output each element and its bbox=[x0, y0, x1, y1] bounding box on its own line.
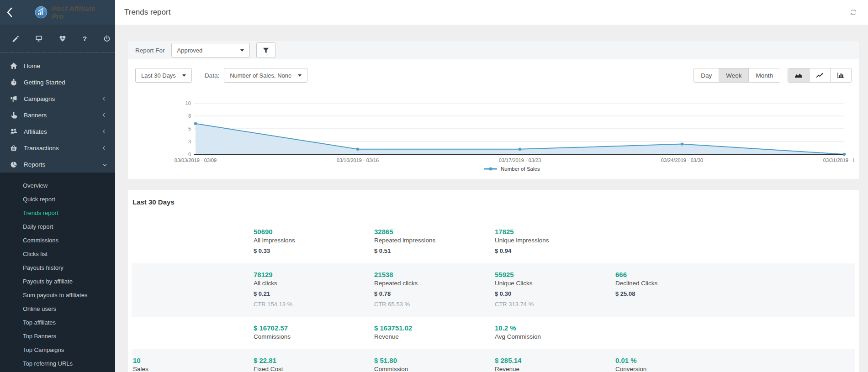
edit-button[interactable] bbox=[12, 35, 19, 43]
sidebar-item-home[interactable]: Home bbox=[0, 58, 115, 74]
stat-label: Unique Clicks bbox=[495, 280, 614, 287]
svg-text:03/31/2019 - 04/06: 03/31/2019 - 04/06 bbox=[823, 157, 854, 163]
stat-commissions: $ 16702.57 Commissions bbox=[252, 324, 373, 340]
refresh-button[interactable] bbox=[850, 9, 857, 16]
submenu-item-sum-payouts[interactable]: Sum payouts to affiliates bbox=[0, 288, 115, 302]
stats-panel: Last 30 Days 50690 All impressions $ 0.3… bbox=[128, 190, 859, 372]
stat-value: 32865 bbox=[374, 228, 493, 236]
stat-repeated-clicks: 21538 Repeated clicks $ 0.78 CTR 65.53 % bbox=[373, 271, 493, 308]
trends-panel: Report For Approved Last 30 Days bbox=[128, 41, 859, 179]
caret-down-icon bbox=[240, 49, 244, 52]
collapse-sidebar-button[interactable] bbox=[6, 7, 22, 17]
submenu-item-commissions[interactable]: Commissions bbox=[0, 234, 115, 247]
svg-text:3: 3 bbox=[188, 139, 191, 144]
area-chart-icon bbox=[794, 72, 803, 79]
sidebar-item-getting-started[interactable]: Getting Started bbox=[0, 74, 115, 90]
sidebar-item-reports[interactable]: Reports bbox=[0, 156, 115, 173]
submenu-item-overview[interactable]: Overview bbox=[0, 179, 115, 193]
trend-chart[interactable]: 03581003/03/2019 - 03/0903/10/2019 - 03/… bbox=[132, 96, 854, 176]
filter-button[interactable] bbox=[256, 42, 275, 58]
data-series-select[interactable]: Number of Sales, None bbox=[224, 68, 307, 83]
chart-controls: Last 30 Days Data: Number of Sales, None… bbox=[128, 62, 859, 89]
submenu-item-clicks-list[interactable]: Clicks list bbox=[0, 247, 115, 261]
report-for-select[interactable]: Approved bbox=[171, 43, 250, 58]
stat-conversion: 0.01 % Conversion bbox=[614, 356, 735, 372]
sidebar-item-campaigns[interactable]: Campaigns bbox=[0, 90, 115, 107]
stat-all-clicks: 78129 All clicks $ 0.21 CTR 154.13 % bbox=[252, 271, 373, 308]
logo-text: Post Affiliate Pro bbox=[52, 5, 109, 20]
date-range-select[interactable]: Last 30 Days bbox=[135, 68, 192, 83]
stat-label: Fixed Cost bbox=[254, 366, 373, 372]
app-logo-icon bbox=[35, 6, 48, 19]
trend-chart-container: 03581003/03/2019 - 03/0903/10/2019 - 03/… bbox=[128, 89, 859, 179]
stat-value: 17825 bbox=[495, 228, 614, 236]
stats-title: Last 30 Days bbox=[132, 198, 855, 206]
sidebar-item-label: Campaigns bbox=[24, 95, 55, 102]
stat-value: $ 163751.02 bbox=[374, 324, 493, 332]
area-chart-button[interactable] bbox=[788, 68, 809, 82]
submenu-item-top-affiliates[interactable]: Top affiliates bbox=[0, 316, 115, 330]
stat-label: Sales bbox=[133, 366, 252, 372]
submenu-item-payouts-by-affiliate[interactable]: Payouts by affiliate bbox=[0, 275, 115, 288]
stat-label: Conversion bbox=[615, 366, 735, 372]
stat-value: 50690 bbox=[254, 228, 373, 236]
submenu-item-daily-report[interactable]: Daily report bbox=[0, 220, 115, 234]
health-button[interactable] bbox=[59, 35, 66, 43]
users-icon bbox=[10, 128, 17, 135]
submenu-item-top-campaigns[interactable]: Top Campaigns bbox=[0, 343, 115, 357]
submenu-item-top-banners[interactable]: Top Banners bbox=[0, 330, 115, 343]
help-button[interactable]: ? bbox=[83, 35, 87, 43]
bar-chart-button[interactable] bbox=[830, 68, 851, 82]
svg-text:Number of Sales: Number of Sales bbox=[501, 166, 540, 172]
caret-down-icon bbox=[298, 74, 302, 77]
period-month-button[interactable]: Month bbox=[748, 68, 780, 82]
svg-text:03/03/2019 - 03/09: 03/03/2019 - 03/09 bbox=[175, 157, 217, 163]
sidebar-item-banners[interactable]: Banners bbox=[0, 107, 115, 123]
stopwatch-icon bbox=[10, 79, 17, 86]
sidebar-item-transactions[interactable]: Transactions bbox=[0, 140, 115, 156]
data-label: Data: bbox=[205, 72, 219, 79]
stat-avg-commission: 10.2 % Avg Commission bbox=[493, 324, 614, 340]
svg-text:5: 5 bbox=[188, 126, 191, 131]
period-week-button[interactable]: Week bbox=[719, 68, 748, 82]
report-for-value: Approved bbox=[177, 47, 203, 54]
reports-submenu: Overview Quick report Trends report Dail… bbox=[0, 173, 115, 372]
stat-money: $ 0.21 bbox=[254, 290, 373, 297]
megaphone-icon bbox=[10, 95, 17, 102]
period-button-group: Day Week Month bbox=[693, 68, 780, 83]
basket-icon bbox=[10, 144, 17, 152]
line-chart-icon bbox=[815, 72, 824, 79]
date-range-value: Last 30 Days bbox=[141, 72, 176, 79]
stats-row-impressions: 50690 All impressions $ 0.33 32865 Repea… bbox=[132, 220, 855, 263]
stat-label: All clicks bbox=[254, 280, 373, 287]
logout-button[interactable] bbox=[103, 35, 111, 43]
sidebar-item-affiliates[interactable]: Affiliates bbox=[0, 123, 115, 140]
sidebar-toolbar: ? bbox=[0, 25, 115, 53]
stat-label: Revenue bbox=[374, 333, 493, 340]
stat-commission: $ 51.80 Commission avg$ 5.18 bbox=[373, 356, 493, 372]
submenu-item-trends-report[interactable]: Trends report bbox=[0, 206, 115, 220]
chevron-left-icon bbox=[103, 97, 106, 100]
stat-label: Repeated clicks bbox=[374, 280, 493, 287]
submenu-item-online-users[interactable]: Online users bbox=[0, 302, 115, 316]
stat-sales: 10 Sales bbox=[132, 356, 252, 372]
stat-label: Repeated impressions bbox=[374, 237, 493, 244]
sidebar-item-label: Home bbox=[24, 63, 40, 69]
chevron-left-icon bbox=[103, 113, 106, 117]
display-button[interactable] bbox=[35, 35, 42, 43]
submenu-item-payouts-history[interactable]: Payouts history bbox=[0, 261, 115, 275]
page-title: Trends report bbox=[124, 8, 170, 17]
period-day-button[interactable]: Day bbox=[694, 68, 719, 82]
app-root: Post Affiliate Pro bbox=[0, 0, 868, 372]
submenu-item-top-referring-urls[interactable]: Top referring URLs bbox=[0, 357, 115, 371]
svg-text:03/17/2019 - 03/23: 03/17/2019 - 03/23 bbox=[499, 157, 541, 163]
submenu-item-quick-report[interactable]: Quick report bbox=[0, 193, 115, 206]
stat-value: $ 285.14 bbox=[495, 356, 614, 364]
stat-label: Commissions bbox=[254, 333, 373, 340]
stat-value: $ 22.81 bbox=[254, 356, 373, 364]
chevron-down-icon bbox=[103, 162, 106, 166]
monitor-icon bbox=[35, 35, 42, 42]
pie-chart-icon bbox=[10, 161, 17, 168]
line-chart-button[interactable] bbox=[809, 68, 830, 82]
stat-label: Avg Commission bbox=[495, 333, 614, 340]
